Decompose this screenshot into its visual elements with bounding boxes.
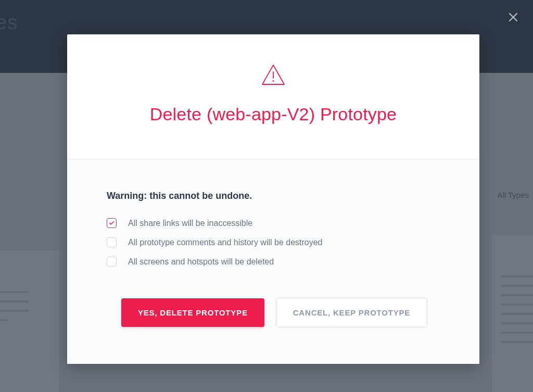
checkbox-comments-history[interactable] <box>107 237 117 247</box>
delete-confirmation-modal: Delete (web-app-V2) Prototype Warning: t… <box>67 34 479 364</box>
check-label: All screens and hotspots will be deleted <box>128 257 274 267</box>
svg-point-3 <box>273 80 274 82</box>
check-row: All share links will be inaccessible <box>107 218 440 228</box>
button-row: YES, DELETE PROTOTYPE CANCEL, KEEP PROTO… <box>107 298 440 327</box>
checklist: All share links will be inaccessible All… <box>107 218 440 267</box>
cancel-button[interactable]: CANCEL, KEEP PROTOTYPE <box>276 298 427 327</box>
confirm-delete-button[interactable]: YES, DELETE PROTOTYPE <box>121 298 264 327</box>
checkbox-screens-hotspots[interactable] <box>107 257 117 267</box>
modal-title: Delete (web-app-V2) Prototype <box>88 104 459 124</box>
modal-header: Delete (web-app-V2) Prototype <box>67 34 479 159</box>
check-label: All share links will be inaccessible <box>128 219 252 228</box>
close-icon <box>509 12 518 22</box>
close-button[interactable] <box>506 10 520 24</box>
check-label: All prototype comments and history will … <box>128 238 323 247</box>
checkmark-icon <box>109 221 115 225</box>
check-row: All screens and hotspots will be deleted <box>107 257 440 267</box>
checkbox-share-links[interactable] <box>107 218 117 228</box>
modal-body: Warning: this cannot be undone. All shar… <box>67 159 479 364</box>
warning-triangle-icon <box>260 64 286 88</box>
check-row: All prototype comments and history will … <box>107 237 440 247</box>
warning-heading: Warning: this cannot be undone. <box>107 191 440 201</box>
